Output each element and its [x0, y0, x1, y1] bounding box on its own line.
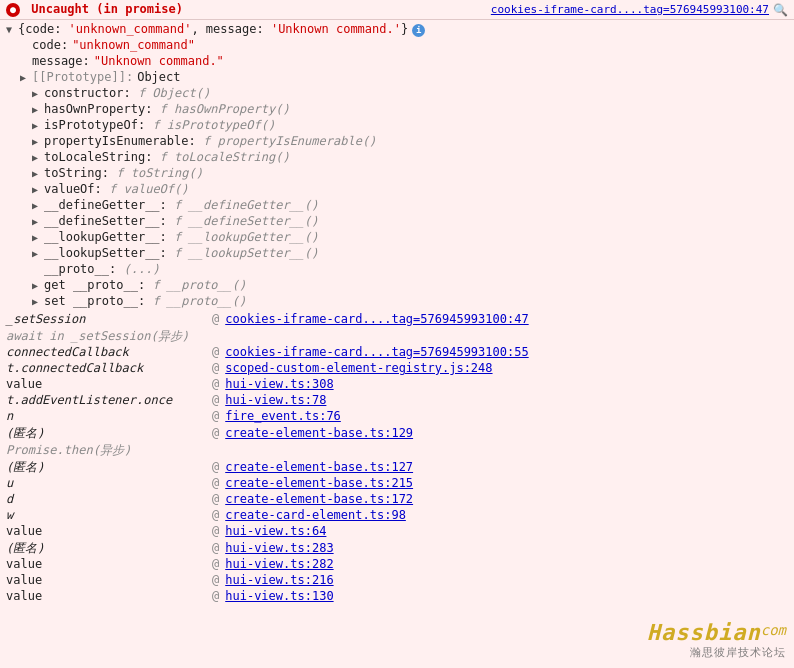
expand-icon[interactable] — [32, 200, 44, 211]
stack-link[interactable]: create-element-base.ts:127 — [225, 460, 413, 474]
error-object-line: { code: 'unknown_command' , message: 'Un… — [4, 22, 790, 38]
stack-row-connectedcallback: connectedCallback @ cookies-iframe-card.… — [4, 345, 790, 361]
watermark-com: com — [761, 622, 786, 638]
stack-row-setsession: _setSession @ cookies-iframe-card....tag… — [4, 312, 790, 328]
proto-valueof: valueOf: f valueOf() — [4, 182, 790, 198]
prototype-line: [[Prototype]]: Object — [4, 70, 790, 86]
expand-icon[interactable] — [6, 24, 18, 35]
stack-link[interactable]: fire_event.ts:76 — [225, 409, 341, 423]
stack-link[interactable]: create-element-base.ts:172 — [225, 492, 413, 506]
stack-row-promise-then: Promise.then(异步) — [4, 442, 790, 459]
proto-tostring: toString: f toString() — [4, 166, 790, 182]
expand-icon[interactable] — [32, 280, 44, 291]
stack-link[interactable]: create-element-base.ts:215 — [225, 476, 413, 490]
proto-hasown: hasOwnProperty: f hasOwnProperty() — [4, 102, 790, 118]
top-bar-link[interactable]: cookies-iframe-card....tag=576945993100:… — [491, 3, 769, 16]
proto-isprototype: isPrototypeOf: f isPrototypeOf() — [4, 118, 790, 134]
stack-link[interactable]: scoped-custom-element-registry.js:248 — [225, 361, 492, 375]
stack-row-d: d @ create-element-base.ts:172 — [4, 492, 790, 508]
stack-row-anon2: (匿名) @ create-element-base.ts:127 — [4, 459, 790, 476]
error-title: ● Uncaught (in promise) — [6, 2, 183, 17]
stack-link[interactable]: cookies-iframe-card....tag=576945993100:… — [225, 312, 528, 326]
top-bar-right: cookies-iframe-card....tag=576945993100:… — [491, 3, 788, 17]
stack-row-w: w @ create-card-element.ts:98 — [4, 508, 790, 524]
expand-icon[interactable] — [32, 104, 44, 115]
error-icon: ● — [6, 3, 20, 17]
proto-get-proto: get __proto__: f __proto__() — [4, 278, 790, 294]
expand-icon[interactable] — [32, 120, 44, 131]
expand-icon[interactable] — [32, 216, 44, 227]
stack-row-anon3: (匿名) @ hui-view.ts:283 — [4, 540, 790, 557]
stack-link[interactable]: create-card-element.ts:98 — [225, 508, 406, 522]
proto-proto: __proto__: (...) — [4, 262, 790, 278]
stack-row-value1: value @ hui-view.ts:308 — [4, 377, 790, 393]
stack-link[interactable]: create-element-base.ts:129 — [225, 426, 413, 440]
stack-row-addeventlistener: t.addEventListener.once @ hui-view.ts:78 — [4, 393, 790, 409]
proto-definegetter: __defineGetter__: f __defineGetter__() — [4, 198, 790, 214]
expand-icon[interactable] — [32, 296, 44, 307]
stack-row-value2: value @ hui-view.ts:64 — [4, 524, 790, 540]
stack-link[interactable]: hui-view.ts:282 — [225, 557, 333, 571]
expand-icon[interactable] — [32, 152, 44, 163]
watermark-brand: Hassbian — [647, 620, 761, 645]
stack-row-await-setsession: await in _setSession(异步) — [4, 328, 790, 345]
proto-set-proto: set __proto__: f __proto__() — [4, 294, 790, 310]
expand-icon[interactable] — [32, 88, 44, 99]
info-icon[interactable]: i — [412, 24, 425, 37]
prototype-expand[interactable] — [20, 72, 32, 83]
content: { code: 'unknown_command' , message: 'Un… — [0, 20, 794, 607]
stack-row-n: n @ fire_event.ts:76 — [4, 409, 790, 425]
proto-propertyisenumerable: propertyIsEnumerable: f propertyIsEnumer… — [4, 134, 790, 150]
expand-icon[interactable] — [32, 136, 44, 147]
stack-row-value3: value @ hui-view.ts:282 — [4, 557, 790, 573]
top-bar: ● Uncaught (in promise) cookies-iframe-c… — [0, 0, 794, 20]
expand-icon[interactable] — [32, 184, 44, 195]
stack-row-value5: value @ hui-view.ts:130 — [4, 589, 790, 605]
search-icon[interactable]: 🔍 — [773, 3, 788, 17]
stack-link[interactable]: hui-view.ts:78 — [225, 393, 326, 407]
expand-icon[interactable] — [32, 248, 44, 259]
proto-tolocalestring: toLocaleString: f toLocaleString() — [4, 150, 790, 166]
stack-link[interactable]: hui-view.ts:283 — [225, 541, 333, 555]
stack-row-u: u @ create-element-base.ts:215 — [4, 476, 790, 492]
stack-section: _setSession @ cookies-iframe-card....tag… — [4, 312, 790, 605]
code-line: code: "unknown_command" — [4, 38, 790, 54]
proto-definesetter: __defineSetter__: f __defineSetter__() — [4, 214, 790, 230]
expand-icon[interactable] — [32, 232, 44, 243]
proto-lookupgetter: __lookupGetter__: f __lookupGetter__() — [4, 230, 790, 246]
stack-link[interactable]: cookies-iframe-card....tag=576945993100:… — [225, 345, 528, 359]
proto-constructor: constructor: f Object() — [4, 86, 790, 102]
devtools-panel: ● Uncaught (in promise) cookies-iframe-c… — [0, 0, 794, 668]
stack-row-t-connectedcallback: t.connectedCallback @ scoped-custom-elem… — [4, 361, 790, 377]
stack-link[interactable]: hui-view.ts:130 — [225, 589, 333, 603]
stack-row-anon1: (匿名) @ create-element-base.ts:129 — [4, 425, 790, 442]
error-title-text: Uncaught (in promise) — [31, 2, 183, 16]
watermark: Hassbiancom 瀚思彼岸技术论坛 — [647, 620, 786, 660]
stack-link[interactable]: hui-view.ts:64 — [225, 524, 326, 538]
watermark-subtitle: 瀚思彼岸技术论坛 — [647, 645, 786, 660]
message-line: message: "Unknown command." — [4, 54, 790, 70]
proto-lookupsetter: __lookupSetter__: f __lookupSetter__() — [4, 246, 790, 262]
stack-link[interactable]: hui-view.ts:216 — [225, 573, 333, 587]
stack-link[interactable]: hui-view.ts:308 — [225, 377, 333, 391]
stack-row-value4: value @ hui-view.ts:216 — [4, 573, 790, 589]
expand-icon[interactable] — [32, 168, 44, 179]
